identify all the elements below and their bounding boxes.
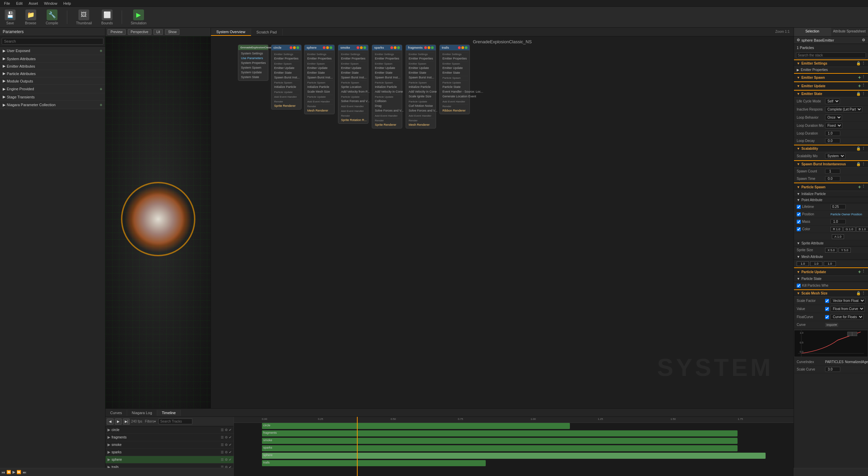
timeline-content[interactable]: 0.00 0.25 0.50 0.75 1.00 1.25 1.50 1.75 — [234, 417, 794, 476]
tl-next-button[interactable]: ▶| — [123, 419, 130, 425]
browse-button[interactable]: 📁 Browse — [23, 8, 38, 26]
preview-button[interactable]: Preview — [107, 29, 126, 35]
more-icon[interactable]: ⋮ — [862, 83, 865, 89]
step-forward-icon[interactable]: ⏩ — [17, 470, 21, 474]
trails-node[interactable]: trails Emitter Settings Emitter Properti… — [439, 45, 470, 114]
system-node[interactable]: GrenadeExplosionClassic_NS System Settin… — [238, 45, 268, 81]
section-spawn-burst[interactable]: ▼ Spawn Burst Instantaneous 🔒 ⋮ — [794, 160, 868, 168]
spawn-time-input[interactable] — [825, 176, 840, 181]
menu-window[interactable]: Window — [41, 1, 60, 6]
section-particle-spawn[interactable]: ▼ Particle Spawn + ⋮ — [794, 183, 868, 191]
more-icon[interactable]: ⋮ — [862, 269, 865, 275]
sphere-node[interactable]: sphere Emitter Settings Emitter Properti… — [304, 45, 335, 114]
add-user-exposed-button[interactable]: + — [100, 48, 102, 53]
curve-preview[interactable]: 1.0 0.5 0.0 — [794, 330, 868, 357]
scale-factor-checkbox[interactable] — [825, 299, 829, 303]
tl-play-button[interactable]: ◀ — [107, 419, 114, 425]
tl-stop-button[interactable]: ▶ — [115, 419, 122, 425]
initialize-particle-header[interactable]: ▼ Initialize Particle — [794, 191, 868, 197]
lock-icon[interactable]: 🔒 — [856, 291, 861, 295]
show-button[interactable]: Show — [165, 29, 179, 35]
parameters-search-input[interactable] — [2, 38, 103, 45]
lit-button[interactable]: Lit — [153, 29, 163, 35]
compile-button[interactable]: 🔧 Compile — [44, 8, 60, 26]
lock-icon[interactable]: 🔒 — [856, 162, 861, 166]
track-row-fragments[interactable]: ▶ fragments ☰ ⚙ ✔ — [105, 434, 234, 441]
point-attribute-header[interactable]: ▼ Point Attribute — [794, 197, 868, 203]
more-icon[interactable]: ⋮ — [862, 146, 865, 151]
add-niagara-collection-button[interactable]: + — [100, 102, 102, 108]
track-row-circle[interactable]: ▶ circle ☰ ⚙ ✔ — [105, 426, 234, 434]
more-icon[interactable]: ⋮ — [862, 61, 865, 66]
loop-duration-mode-select[interactable]: Fixed — [825, 123, 842, 128]
sprite-attribute-header[interactable]: ▼ Sprite Attribute — [794, 240, 868, 246]
track-row-sphere[interactable]: ▶ sphere ☰ ⚙ ✔ — [105, 456, 234, 463]
timeline-playhead[interactable] — [357, 417, 358, 476]
scale-factor-select[interactable]: Vector from Float — [830, 298, 865, 304]
scale-value-checkbox[interactable] — [825, 307, 829, 311]
tab-curves[interactable]: Curves — [105, 410, 127, 416]
fragments-node[interactable]: fragments Emitter Settings Emitter Prope… — [406, 45, 436, 128]
import-button[interactable]: Import▾ — [825, 323, 838, 327]
stack-search-input[interactable] — [796, 52, 866, 58]
float-curve-checkbox[interactable] — [825, 315, 829, 319]
mass-checkbox[interactable] — [797, 220, 801, 224]
tracks-search-input[interactable] — [159, 419, 192, 424]
more-icon[interactable]: ⋮ — [862, 162, 865, 166]
menu-edit[interactable]: Edit — [14, 1, 25, 6]
color-checkbox[interactable] — [797, 227, 801, 231]
more-icon[interactable]: ⋮ — [862, 75, 865, 80]
simulation-button[interactable]: ▶ Simulation — [129, 8, 149, 26]
loop-duration-input[interactable] — [825, 131, 840, 136]
kill-particles-checkbox[interactable] — [797, 284, 801, 288]
spawn-count-input[interactable] — [825, 169, 840, 174]
scalability-mode-select[interactable]: System — [825, 153, 845, 159]
menu-help[interactable]: Help — [61, 1, 74, 6]
save-button[interactable]: 💾 Save — [3, 8, 18, 26]
lock-icon[interactable]: 🔒 — [856, 146, 861, 151]
lifetime-input[interactable] — [830, 204, 846, 209]
sparks-node[interactable]: sparks Emitter Settings Emitter Properti… — [372, 45, 402, 128]
perspective-button[interactable]: Perspective — [128, 29, 151, 35]
inactive-response-select[interactable]: Complete (Let Particles Finish the — [825, 106, 862, 112]
particle-state-header[interactable]: ▼ Particle State — [794, 276, 868, 282]
section-emitter-update[interactable]: ▼ Emitter Update + ⋮ — [794, 81, 868, 90]
emitter-properties-header[interactable]: ▶ Emitter Properties — [794, 67, 868, 73]
section-scale-mesh-size[interactable]: ▼ Scale Mesh Size 🔒 ⋮ — [794, 289, 868, 297]
tab-scratch-pad[interactable]: Scratch Pad — [251, 29, 283, 35]
gear-icon[interactable]: ⚙ — [862, 38, 865, 42]
mesh-attribute-header[interactable]: ▼ Mesh Attribute — [794, 254, 868, 260]
node-graph[interactable]: System Overview Scratch Pad Zoom 1:1 Gre… — [211, 28, 794, 408]
lifetime-checkbox[interactable] — [797, 205, 801, 209]
track-row-sparks[interactable]: ▶ sparks ☰ ⚙ ✔ — [105, 449, 234, 456]
more-icon[interactable]: ⋮ — [862, 291, 865, 295]
smoke-node[interactable]: smoke Emitter Settings Emitter Propertie… — [338, 45, 368, 124]
bounds-button[interactable]: ⬜ Bounds — [99, 8, 115, 26]
add-icon[interactable]: + — [858, 75, 861, 80]
menu-file[interactable]: File — [1, 1, 13, 6]
circle-node[interactable]: circle Emitter Settings Emitter Properti… — [271, 45, 302, 110]
add-icon[interactable]: + — [858, 83, 861, 89]
position-checkbox[interactable] — [797, 212, 801, 216]
tab-attribute-spreadsheet[interactable]: Attribute Spreadsheet — [831, 28, 868, 36]
loop-behavior-select[interactable]: Once — [825, 115, 842, 120]
lock-icon[interactable]: 🔒 — [856, 61, 861, 66]
scale-value-select[interactable]: Float from Curve — [830, 306, 865, 312]
section-emitter-spawn[interactable]: ▼ Emitter Spawn + ⋮ — [794, 73, 868, 81]
more-icon[interactable]: ⋮ — [862, 92, 865, 96]
tab-system-overview[interactable]: System Overview — [211, 28, 251, 36]
tab-selection[interactable]: Selection — [794, 28, 831, 36]
tab-timeline[interactable]: Timeline — [157, 410, 181, 416]
section-emitter-settings[interactable]: ▼ Emitter Settings 🔒 ⋮ — [794, 60, 868, 67]
scale-curve-input[interactable] — [825, 367, 840, 372]
section-particle-update[interactable]: ▼ Particle Update + ⋮ — [794, 267, 868, 276]
more-icon[interactable]: ⋮ — [862, 184, 865, 190]
add-engine-provided-button[interactable]: + — [100, 86, 102, 92]
section-scalability[interactable]: ▼ Scalability 🔒 ⋮ — [794, 145, 868, 152]
add-icon[interactable]: + — [858, 269, 861, 275]
skip-start-icon[interactable]: ⏮ — [1, 470, 5, 474]
section-emitter-state[interactable]: ▼ Emitter State 🔒 ⋮ — [794, 90, 868, 97]
skip-end-icon[interactable]: ⏭ — [23, 470, 26, 474]
add-icon[interactable]: + — [858, 184, 861, 190]
track-row-smoke[interactable]: ▶ smoke ☰ ⚙ ✔ — [105, 441, 234, 449]
